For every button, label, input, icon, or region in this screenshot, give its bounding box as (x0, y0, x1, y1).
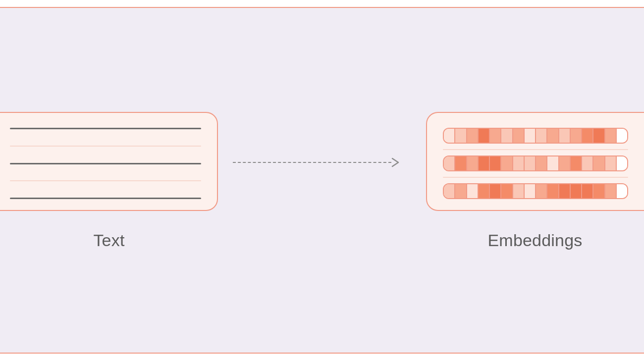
embedding-cell (571, 184, 582, 198)
embedding-vector (443, 155, 628, 171)
text-line (10, 163, 201, 164)
embedding-cell (479, 156, 490, 170)
arrow-head-icon (390, 157, 400, 167)
embedding-cell (501, 156, 513, 170)
embedding-cell (455, 156, 467, 170)
embedding-cell (467, 129, 479, 143)
embedding-cell (605, 156, 617, 170)
embedding-cell (559, 156, 571, 170)
embedding-cell (559, 129, 571, 143)
text-caption: Text (0, 231, 218, 250)
embedding-cell (444, 184, 455, 198)
embedding-cell (513, 156, 525, 170)
embedding-cell (525, 129, 536, 143)
embedding-cell (571, 129, 582, 143)
embedding-separator (443, 149, 628, 150)
embedding-cell (479, 129, 490, 143)
embedding-cell (536, 184, 547, 198)
embedding-cell (617, 156, 627, 170)
embedding-cell (582, 156, 593, 170)
embedding-cell (525, 184, 536, 198)
text-card (0, 112, 218, 211)
embedding-vector (443, 128, 628, 144)
embedding-cell (467, 184, 479, 198)
text-separator (10, 180, 201, 181)
text-separator (10, 146, 201, 147)
embedding-cell (536, 129, 547, 143)
embedding-cell (547, 184, 559, 198)
embedding-cell (605, 184, 617, 198)
embedding-cell (490, 184, 501, 198)
embedding-cell (559, 184, 571, 198)
embedding-cell (501, 129, 513, 143)
embedding-cell (617, 129, 627, 143)
embedding-cell (593, 129, 605, 143)
embedding-cell (501, 184, 513, 198)
diagram-stage: Text Embeddings (0, 112, 644, 270)
embedding-cell (479, 184, 490, 198)
embedding-cell (513, 129, 525, 143)
embedding-cell (455, 129, 467, 143)
embedding-cell (593, 156, 605, 170)
embedding-vector (443, 183, 628, 199)
embedding-cell (605, 129, 617, 143)
embedding-cell (582, 184, 593, 198)
text-line (10, 198, 201, 199)
embedding-cell (593, 184, 605, 198)
embedding-cell (490, 129, 501, 143)
embeddings-caption: Embeddings (426, 231, 644, 250)
diagram-frame: Text Embeddings (0, 7, 644, 354)
embedding-separator (443, 177, 628, 178)
embedding-cell (467, 156, 479, 170)
embeddings-card (426, 112, 644, 211)
embedding-cell (582, 129, 593, 143)
embedding-cell (617, 184, 627, 198)
arrow-dash-icon (233, 162, 391, 163)
arrow (233, 157, 401, 167)
embedding-cell (490, 156, 501, 170)
embedding-cell (513, 184, 525, 198)
embedding-cell (455, 184, 467, 198)
embedding-cell (536, 156, 547, 170)
embedding-cell (444, 156, 455, 170)
embedding-cell (547, 156, 559, 170)
text-line (10, 128, 201, 129)
embedding-cell (547, 129, 559, 143)
embedding-cell (571, 156, 582, 170)
embedding-cell (525, 156, 536, 170)
embedding-cell (444, 129, 455, 143)
